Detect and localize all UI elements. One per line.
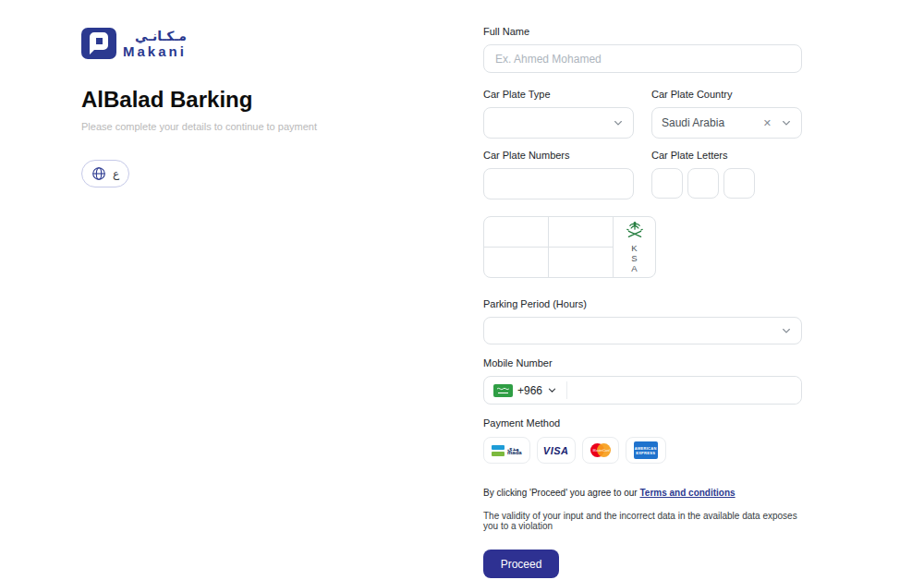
language-label: ع <box>113 167 119 180</box>
payment-method-label: Payment Method <box>483 417 802 429</box>
makani-logo-icon <box>81 28 116 59</box>
parking-period-label: Parking Period (Hours) <box>483 298 802 309</box>
intro-panel: مـكـانـي Makani AlBalad Barking Please c… <box>81 28 451 187</box>
chevron-down-icon <box>781 117 792 128</box>
saudi-palm-and-swords-icon <box>626 221 644 243</box>
car-plate-numbers-input[interactable] <box>483 168 634 199</box>
brand-name-arabic: مـكـانـي <box>123 30 187 42</box>
page-subtitle: Please complete your details to continue… <box>81 121 451 132</box>
car-plate-type-label: Car Plate Type <box>483 89 634 100</box>
american-express-icon: AMERICAN EXPRESS <box>634 441 658 459</box>
page-title: AlBalad Barking <box>81 87 451 113</box>
car-plate-letter-input-2[interactable] <box>687 168 719 199</box>
mobile-number-field: +966 <box>483 376 802 405</box>
chevron-down-icon <box>547 385 557 395</box>
chevron-down-icon <box>781 325 792 336</box>
globe-icon <box>91 166 106 181</box>
mobile-number-input[interactable] <box>567 377 801 404</box>
car-plate-country-label: Car Plate Country <box>651 89 802 100</box>
payment-form: Full Name Car Plate Type Car Plate Count… <box>483 26 802 578</box>
validity-warning-text: The validity of your input and the incor… <box>483 511 802 531</box>
chevron-down-icon <box>613 117 624 128</box>
payment-option-visa[interactable]: VISA <box>537 437 576 464</box>
proceed-button[interactable]: Proceed <box>483 550 559 578</box>
plate-preview-cell <box>549 248 614 278</box>
mobile-number-label: Mobile Number <box>483 357 802 369</box>
terms-and-conditions-link[interactable]: Terms and conditions <box>639 488 735 498</box>
plate-preview-cell <box>549 217 614 248</box>
plate-country-letter: K <box>631 243 637 253</box>
car-plate-letter-input-1[interactable] <box>651 168 683 199</box>
terms-text: By clicking 'Proceed' you agree to our T… <box>483 488 802 498</box>
saudi-flag-icon <box>493 384 513 397</box>
brand-name-latin: Makani <box>123 44 187 58</box>
full-name-label: Full Name <box>483 26 802 37</box>
plate-country-letter: S <box>631 253 637 263</box>
plate-country-letter: A <box>631 263 637 273</box>
car-plate-type-select[interactable] <box>483 107 634 139</box>
visa-icon: VISA <box>543 445 569 456</box>
car-plate-country-select[interactable]: Saudi Arabia ✕ <box>651 107 802 139</box>
mada-icon: مدى mada <box>492 445 522 456</box>
car-plate-letter-input-3[interactable] <box>723 168 755 199</box>
makani-logo: مـكـانـي Makani <box>81 28 451 59</box>
car-plate-preview: K S A <box>483 216 656 278</box>
payment-option-mastercard[interactable]: MasterCard <box>582 437 619 464</box>
full-name-input[interactable] <box>483 44 802 73</box>
parking-period-select[interactable] <box>483 317 802 344</box>
plate-preview-cell <box>484 217 549 248</box>
plate-preview-cell <box>484 248 549 278</box>
dial-code-value: +966 <box>517 384 542 397</box>
payment-option-mada[interactable]: مدى mada <box>483 437 530 464</box>
car-plate-numbers-label: Car Plate Numbers <box>483 150 634 161</box>
payment-option-amex[interactable]: AMERICAN EXPRESS <box>626 437 666 464</box>
mastercard-icon: MasterCard <box>590 443 611 457</box>
car-plate-country-value: Saudi Arabia <box>662 116 763 129</box>
car-plate-letters-label: Car Plate Letters <box>651 150 802 161</box>
language-switch-button[interactable]: ع <box>81 160 129 187</box>
clear-selection-icon[interactable]: ✕ <box>763 117 772 129</box>
payment-method-options: مدى mada VISA MasterCard AMERICAN EXPRE <box>483 437 802 464</box>
dial-code-select[interactable]: +966 <box>484 384 566 397</box>
